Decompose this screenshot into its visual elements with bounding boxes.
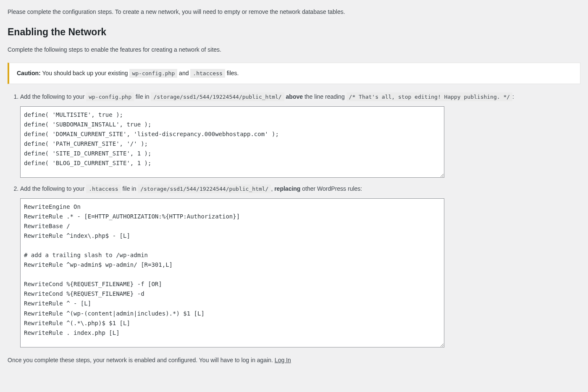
steps-list: Add the following to your wp-config.php … — [20, 92, 580, 347]
caution-label: Caution: — [17, 70, 41, 76]
step1-bold-1: above — [286, 93, 303, 100]
caution-text-1: You should back up your existing — [41, 70, 130, 76]
step2-code-1: .htaccess — [86, 184, 121, 193]
htaccess-textarea[interactable] — [20, 198, 444, 347]
step1-text-4: the line reading — [303, 93, 346, 100]
caution-code-2: .htaccess — [190, 69, 225, 78]
intro-text: Please complete the configuration steps.… — [8, 8, 580, 16]
step1-text-5: : — [512, 93, 514, 100]
step-2: Add the following to your .htaccess file… — [20, 184, 580, 347]
login-link[interactable]: Log In — [275, 357, 291, 363]
caution-notice: Caution: You should back up your existin… — [8, 63, 580, 84]
outro-text: Once you complete these steps, your netw… — [8, 356, 580, 365]
step1-code-2: /storage/ssd1/544/19224544/public_html/ — [151, 92, 284, 101]
step2-text-1: Add the following to your — [20, 185, 86, 192]
subtitle-text: Complete the following steps to enable t… — [8, 45, 580, 54]
step1-code-1: wp-config.php — [86, 92, 134, 101]
outro-span: Once you complete these steps, your netw… — [8, 357, 275, 363]
step1-code-3: /* That's all, stop editing! Happy publi… — [346, 92, 513, 101]
page-heading: Enabling the Network — [8, 25, 580, 39]
step2-text-2: file in — [121, 185, 138, 192]
wpconfig-textarea[interactable] — [20, 106, 444, 178]
step2-text-4: other WordPress rules: — [300, 185, 362, 192]
step2-code-2: /storage/ssd1/544/19224544/public_html/ — [138, 184, 271, 193]
caution-text-2: and — [177, 70, 190, 76]
step2-bold-1: replacing — [274, 185, 300, 192]
caution-code-1: wp-config.php — [129, 69, 177, 78]
caution-text-3: files. — [225, 70, 239, 76]
step1-text-2: file in — [134, 93, 151, 100]
step-1: Add the following to your wp-config.php … — [20, 92, 580, 178]
step1-text-1: Add the following to your — [20, 93, 86, 100]
step2-text-3: , — [271, 185, 274, 192]
